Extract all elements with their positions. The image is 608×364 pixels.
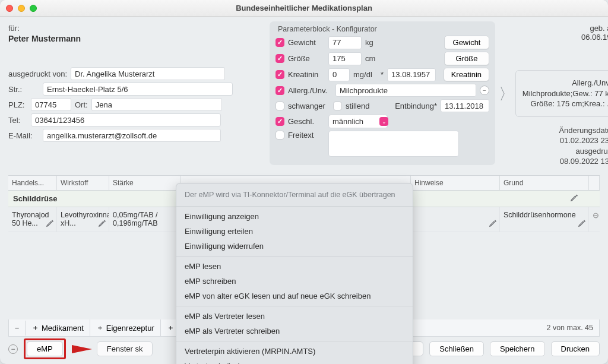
freitext-label: Freitext [288,131,325,140]
menu-separator [176,341,413,341]
gewicht-button[interactable]: Gewicht [444,36,489,49]
fuer-label: für: [8,24,270,33]
gewicht-label: Gewicht [288,38,325,47]
kreatinin-checkbox[interactable] [276,70,284,79]
geschl-checkbox[interactable] [276,117,284,126]
cell-remove[interactable]: ⊖ [589,207,600,232]
th-handels[interactable]: Handels... [8,176,57,190]
kreatinin-input[interactable] [328,68,350,81]
mi-emp-schreiben[interactable]: eMP schreiben [176,274,413,289]
mi-einwilligung-erteilen[interactable]: Einwilligung erteilen [176,224,413,239]
allerg-checkbox[interactable] [276,86,284,95]
cell-hinweise[interactable] [411,207,500,232]
mi-einwilligung-anzeigen[interactable]: Einwilligung anzeigen [176,209,413,224]
ausgedruckt-von-label: ausgedruckt von: [8,69,67,78]
geschl-label: Geschl. [288,117,325,126]
plus-icon: ＋ [167,322,175,333]
emp-button[interactable]: eMP [27,341,63,356]
add-eigenrezeptur-button[interactable]: ＋Eigenrezeptur [90,319,161,336]
cell-staerke[interactable]: 0,05mg/TAB / 0,196mg/TAB [109,207,180,232]
pencil-icon[interactable] [46,219,54,229]
strasse-input[interactable] [43,83,233,96]
mi-vertreterpin-aktivieren[interactable]: Vertreterpin aktivieren (MRPIN.AMTS) [176,344,413,359]
mi-emp-vertreter-lesen[interactable]: eMP als Vertreter lesen [176,309,413,324]
remove-row-button[interactable]: − [9,321,26,335]
menu-separator [176,306,413,306]
ausgedruckt-von-input[interactable] [71,67,225,80]
freitext-checkbox[interactable] [276,131,284,140]
summary-l3: Größe: 175 cm;Krea.: ... [531,99,608,108]
tel-label: Tel: [8,116,27,125]
app-window: Bundeseinheitlicher Medikationsplan für:… [0,0,608,364]
pencil-icon[interactable] [489,219,497,229]
pencil-icon[interactable] [98,219,106,229]
str-label: Str.: [8,85,39,94]
chevron-updown-icon: ⌄ [379,117,388,126]
allerg-input[interactable] [335,84,476,97]
gewicht-input[interactable] [328,36,362,49]
window-title: Bundeseinheitlicher Medikationsplan [0,4,608,12]
gewicht-unit: kg [365,38,387,47]
titlebar: Bundeseinheitlicher Medikationsplan [0,0,608,17]
aenderung-label: Änderungsdatum: [515,125,608,136]
summary-l2: Milchprodukte;Gew.: 77 kg [522,89,608,98]
kreatinin-date-input[interactable] [387,68,436,81]
mi-vertreterpin-aendern[interactable]: Vertreterpin ändern [176,359,413,364]
param-forward-arrow-icon[interactable]: 〉 [499,84,514,105]
geb-label: geb. am: [590,24,608,33]
groesse-checkbox[interactable] [276,54,284,63]
tel-input[interactable] [31,113,221,126]
schwanger-checkbox[interactable] [276,102,284,110]
mi-emp-vertreter-schreiben[interactable]: eMP als Vertreter schreiben [176,324,413,338]
parameter-block-title: Parameterblock - Konfigurator [276,25,489,33]
groesse-button[interactable]: Größe [444,52,489,65]
mi-emp-lesen[interactable]: eMP lesen [176,259,413,274]
group-edit-icon[interactable] [570,194,578,204]
row-counter: 2 von max. 45 [540,321,599,335]
ausgedruckt-value: 08.09.2022 13:48 [515,156,608,167]
freitext-input[interactable] [328,131,459,157]
schliessen-button[interactable]: Schließen [429,341,484,356]
gewicht-checkbox[interactable] [276,38,284,47]
cell-staerke-text: 0,05mg/TAB / 0,196mg/TAB [113,211,158,227]
summary-box: Allerg./Unv.: Milchprodukte;Gew.: 77 kg … [515,70,608,117]
ausgedruckt-label: ausgedruckt: [515,146,608,157]
patient-name: Peter Mustermann [8,34,270,43]
fenster-button-truncated[interactable]: Fenster sk [97,341,153,356]
th-grund[interactable]: Grund [500,176,589,190]
geschl-select[interactable]: männlich ⌄ [328,115,388,128]
geschl-value: männlich [332,117,363,126]
groesse-label: Größe [288,54,325,63]
entbindung-input[interactable] [441,99,489,112]
cell-grund-text: Schilddrüsenhormone [504,211,576,219]
cell-handels[interactable]: Thyronajod 50 He... [8,207,57,232]
cell-handels-text: Thyronajod 50 He... [12,211,49,227]
cell-wirk[interactable]: Levothyroxinnatrium xH... [57,207,109,232]
plz-input[interactable] [31,98,71,111]
pencil-icon[interactable] [578,219,586,229]
ort-input[interactable] [91,98,222,111]
mi-einwilligung-widerrufen[interactable]: Einwilligung widerrufen [176,239,413,254]
meta-block: Änderungsdatum: 01.02.2023 23:15 ausgedr… [515,125,608,167]
groesse-input[interactable] [328,52,362,65]
kreatinin-button[interactable]: Kreatinin [444,68,489,81]
stillend-checkbox[interactable] [333,102,342,110]
mi-emp-egk-copy[interactable]: eMP von alter eGK lesen und auf neue eGK… [176,289,413,303]
group-title: Schilddrüse [13,194,57,203]
groesse-unit: cm [365,54,387,63]
cell-grund[interactable]: Schilddrüsenhormone [500,207,589,232]
drucken-button[interactable]: Drucken [551,341,600,356]
th-wirk[interactable]: Wirkstoff [57,176,109,190]
stillend-label: stillend [346,102,375,110]
allerg-minus-icon[interactable]: − [480,86,489,95]
th-hinweise[interactable]: Hinweise [411,176,500,190]
bottom-minus-icon[interactable]: − [8,344,18,354]
add-medikament-button[interactable]: ＋Medikament [26,319,90,336]
email-input[interactable] [43,129,221,142]
speichern-button[interactable]: Speichern [490,341,545,356]
emp-context-menu: Der eMP wird via TI-Konnektor/Terminal a… [176,183,413,364]
ort-label: Ort: [75,100,88,109]
th-staerke[interactable]: Stärke [109,176,180,190]
aenderung-value: 01.02.2023 23:15 [515,135,608,146]
email-label: E-Mail: [8,131,39,140]
